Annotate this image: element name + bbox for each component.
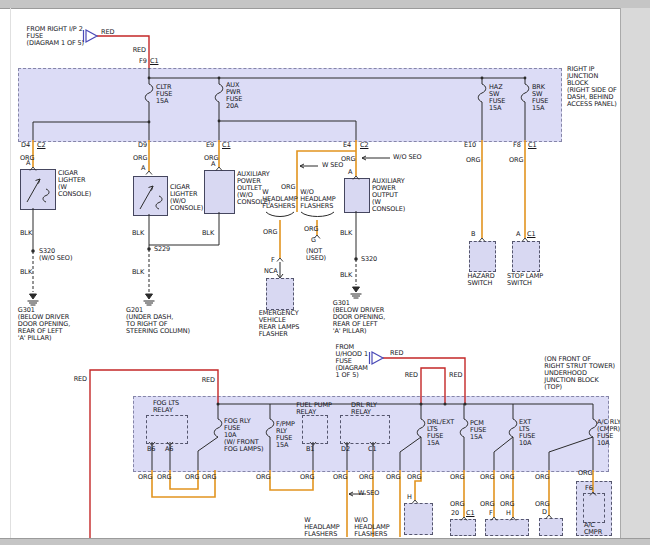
stop-lamp-switch: STOP LAMP SWITCH bbox=[507, 273, 543, 287]
ground-g301-1: G301 (BELOW DRIVER DOOR OPENING, REAR OF… bbox=[18, 307, 70, 342]
label-blk: BLK bbox=[132, 230, 144, 237]
label-red: RED bbox=[405, 372, 418, 379]
label-org: ORG bbox=[333, 474, 347, 481]
conn-c1-e9: C1 bbox=[222, 142, 230, 149]
fpmp-rly-fuse: F/PMP RLY FUSE 15A bbox=[276, 421, 295, 449]
ext-lts-fuse: EXT LTS FUSE 10A bbox=[519, 419, 535, 447]
cigar-lighter-wo-console-box bbox=[133, 176, 168, 216]
wo-headlamp-flashers-bottom: W/O HEADLAMP FLASHERS bbox=[354, 517, 389, 538]
label-org: ORG bbox=[500, 501, 514, 508]
label-org: ORG bbox=[535, 474, 549, 481]
drl-ext-fuse: DRL/EXT LTS FUSE 15A bbox=[427, 419, 454, 447]
f-h-component-box bbox=[485, 519, 529, 536]
conn-e9: E9 bbox=[206, 142, 214, 149]
label-org: ORG bbox=[304, 226, 318, 233]
src-right-ip2: FROM RIGHT I/P 2 FUSE (DIAGRAM 1 OF 5) bbox=[27, 26, 84, 47]
conn-c1-f9: C1 bbox=[150, 58, 158, 65]
d-component-box bbox=[539, 518, 563, 536]
emergency-flasher-box bbox=[266, 278, 294, 310]
label-nca: NCA bbox=[264, 268, 278, 275]
wo-seo-note: W/O SEO bbox=[393, 154, 421, 161]
label-org: ORG bbox=[450, 501, 464, 508]
label-b: B bbox=[471, 231, 475, 238]
label-org: ORG bbox=[535, 501, 549, 508]
label-d: D bbox=[542, 509, 547, 516]
label-b6: B6 bbox=[147, 446, 155, 453]
src-uhood1: FROM U/HOOD 1 FUSE (DIAGRAM 1 OF 5) bbox=[336, 344, 368, 379]
label-org: ORG bbox=[407, 474, 421, 481]
label-org: ORG bbox=[133, 155, 147, 162]
fuse-brksw: BRK SW FUSE 15A bbox=[532, 84, 548, 112]
label-org: ORG bbox=[185, 474, 199, 481]
label-blk: BLK bbox=[132, 269, 144, 276]
conn-c2-d4: C2 bbox=[37, 142, 45, 149]
wiring-diagram-page: FROM RIGHT I/P 2 FUSE (DIAGRAM 1 OF 5)RE… bbox=[0, 0, 650, 545]
pcm-fuse: PCM FUSE 15A bbox=[470, 420, 486, 441]
label-red: RED bbox=[101, 29, 114, 36]
page-left-border bbox=[10, 8, 11, 538]
conn-c1-f8: C1 bbox=[528, 142, 536, 149]
label-blk: BLK bbox=[20, 230, 32, 237]
stop-lamp-switch-box bbox=[512, 241, 540, 272]
label-org: ORG bbox=[466, 157, 480, 164]
label-red: RED bbox=[449, 372, 462, 379]
label-org: ORG bbox=[300, 474, 314, 481]
label-f6: F6 bbox=[585, 485, 593, 492]
label-org: ORG bbox=[157, 474, 171, 481]
fog-lts-relay-box bbox=[146, 415, 188, 444]
label-org: ORG bbox=[256, 474, 270, 481]
label-red: RED bbox=[133, 47, 146, 54]
label-blk: BLK bbox=[202, 230, 214, 237]
w-seo-note-bottom: W SEO bbox=[358, 490, 379, 497]
label-blk: BLK bbox=[340, 272, 352, 279]
viewer-bottom-bar bbox=[0, 538, 650, 545]
drl-rly-relay-box bbox=[340, 415, 390, 444]
label-f: F bbox=[489, 510, 493, 517]
cigar-lighter-wo: CIGAR LIGHTER (W/O CONSOLE) bbox=[170, 184, 203, 212]
w-headlamp-flashers-top: W HEADLAMP FLASHERS bbox=[262, 189, 297, 210]
fuse-cltr: CLTR FUSE 15A bbox=[156, 84, 172, 105]
aux-power-outlet-box bbox=[204, 170, 235, 214]
cigar-lighter-w-console-box bbox=[20, 169, 56, 210]
conn-d4: D4 bbox=[21, 142, 30, 149]
cigar-lighter-w: CIGAR LIGHTER (W CONSOLE) bbox=[58, 170, 91, 198]
w-headlamp-flashers-bottom: W HEADLAMP FLASHERS bbox=[304, 517, 339, 538]
right-ip-junction-label: RIGHT IP JUNCTION BLOCK (RIGHT SIDE OF D… bbox=[567, 66, 617, 108]
hazard-switch-box bbox=[469, 241, 496, 272]
fog-rly-fuse: FOG RLY FUSE 10A (W/ FRONT FOG LAMPS) bbox=[224, 418, 263, 453]
conn-e4: E4 bbox=[343, 142, 351, 149]
label-blk: BLK bbox=[340, 230, 352, 237]
label-org: ORG bbox=[480, 501, 494, 508]
label-c1: C1 bbox=[368, 446, 376, 453]
conn-d9: D9 bbox=[138, 142, 147, 149]
label-a6: A6 bbox=[165, 446, 173, 453]
label-g: G bbox=[311, 237, 316, 244]
fog-lts-relay: FOG LTS RELAY bbox=[153, 400, 179, 414]
label-red: RED bbox=[74, 376, 87, 383]
label-a: A bbox=[516, 231, 520, 238]
ac-cmpr-inner-box bbox=[583, 493, 605, 523]
hazard-switch: HAZARD SWITCH bbox=[467, 273, 494, 287]
label-a: A bbox=[26, 160, 30, 167]
label-org: ORG bbox=[386, 474, 400, 481]
label-org: ORG bbox=[450, 474, 464, 481]
label-d2: D2 bbox=[341, 446, 350, 453]
c1-20-component-box bbox=[450, 519, 476, 536]
underhood-junction-label: (ON FRONT OF RIGHT STRUT TOWER) UNDERHOO… bbox=[544, 356, 615, 391]
ground-g201: G201 (UNDER DASH, TO RIGHT OF STEERING C… bbox=[126, 307, 190, 335]
viewer-top-bar bbox=[0, 0, 650, 9]
h-component-box bbox=[404, 503, 433, 535]
splice-s320-1: S320 (W/O SEO) bbox=[39, 248, 72, 262]
fuel-pump-relay-box bbox=[302, 415, 328, 444]
conn-f8: F8 bbox=[513, 142, 521, 149]
label-h: H bbox=[407, 494, 412, 501]
label-f: F bbox=[271, 257, 275, 264]
label-red: RED bbox=[390, 350, 403, 357]
label-a: A bbox=[211, 161, 215, 168]
aux-output: AUXILIARY POWER OUTPUT (W CONSOLE) bbox=[372, 178, 405, 213]
label-org: ORG bbox=[480, 474, 494, 481]
wo-headlamp-flashers-top: W/O HEADLAMP FLASHERS bbox=[300, 189, 335, 210]
label-h: H bbox=[506, 510, 511, 517]
fuel-pump-relay: FUEL PUMP RELAY bbox=[296, 402, 332, 416]
viewer-right-gutter[interactable] bbox=[620, 8, 650, 538]
